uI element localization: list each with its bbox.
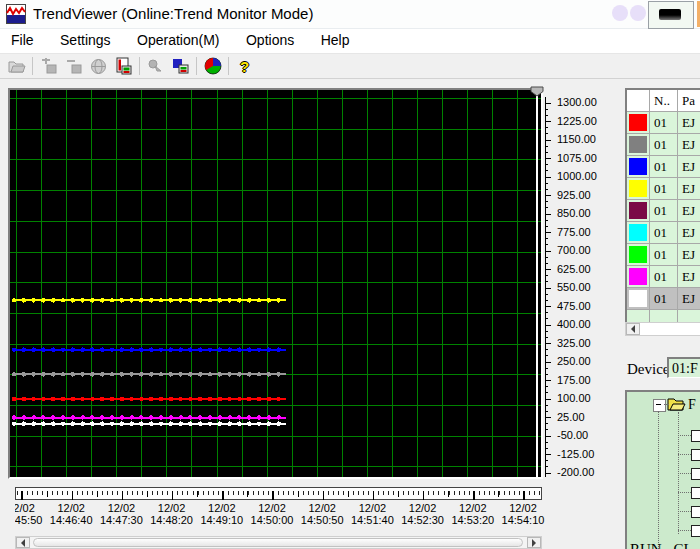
- pen-color-swatch: [629, 246, 647, 263]
- y-axis-label: 700.00: [557, 244, 591, 256]
- tree-item-checkbox[interactable]: [691, 468, 700, 480]
- y-tick: [545, 306, 551, 307]
- tree-item-checkbox[interactable]: [691, 506, 700, 518]
- y-axis-label: 325.00: [557, 337, 591, 349]
- tree-item-checkbox[interactable]: [691, 487, 700, 499]
- pen-color-cell: [627, 288, 650, 310]
- pen-scroll-left-icon[interactable]: [626, 323, 640, 335]
- time-axis-label: 12/0214:47:30: [93, 502, 149, 526]
- open-trend-file-icon[interactable]: [4, 55, 29, 77]
- device-tree: F: [625, 390, 700, 549]
- y-axis-label: 1225.00: [557, 115, 597, 127]
- y-axis-label: -50.00: [557, 429, 588, 441]
- pen-row[interactable]: 01EJ: [627, 178, 700, 200]
- pen-color-cell: [627, 222, 650, 244]
- trend-plot[interactable]: [10, 90, 541, 477]
- pen-no-cell: 01: [650, 156, 678, 178]
- pen-row[interactable]: 01EJ: [627, 112, 700, 134]
- add-pen-icon[interactable]: [36, 55, 61, 77]
- time-axis-label: 12/0214:49:10: [194, 502, 250, 526]
- chart-h-scrollbar[interactable]: [15, 536, 542, 549]
- tree-item-checkbox[interactable]: [691, 449, 700, 461]
- window-title: TrendViewer (Online:Trend Monitor Mode): [33, 5, 313, 22]
- time-axis-ruler[interactable]: [15, 487, 542, 500]
- pen-table-header-param: Pa: [678, 90, 700, 112]
- status-text: RUN CL: [630, 541, 693, 549]
- scroll-left-icon[interactable]: [16, 537, 30, 548]
- time-cursor-handle[interactable]: [530, 86, 544, 97]
- maximize-button[interactable]: [630, 5, 646, 21]
- chart-h-scrollbar-thumb[interactable]: [33, 538, 523, 547]
- pen-param-cell: EJ: [678, 222, 700, 244]
- tree-root-label[interactable]: F: [688, 397, 696, 413]
- pen-param-cell: EJ: [678, 244, 700, 266]
- y-axis-label: 550.00: [557, 281, 591, 293]
- toolbar-separator: [228, 57, 229, 75]
- y-tick: [545, 417, 551, 418]
- pen-color-cell: [627, 200, 650, 222]
- tree-branch-line: [678, 454, 691, 456]
- tree-branch-line: [678, 473, 691, 475]
- tree-item-checkbox[interactable]: [691, 525, 700, 537]
- pen-row[interactable]: 01EJ: [627, 200, 700, 222]
- restore-button[interactable]: [648, 1, 694, 29]
- y-axis-label: 100.00: [557, 392, 591, 404]
- tree-branch-line: [678, 530, 691, 532]
- y-tick: [545, 436, 551, 437]
- y-tick: [545, 325, 551, 326]
- tree-branch-line: [664, 404, 669, 406]
- pen-no-cell: 01: [650, 244, 678, 266]
- minimize-button[interactable]: [612, 5, 628, 21]
- toolbar: ?: [0, 53, 700, 79]
- menu-settings[interactable]: Settings: [49, 29, 122, 51]
- y-tick: [545, 251, 551, 252]
- menubar: File Settings Operation(M) Options Help: [0, 29, 700, 53]
- scroll-right-icon[interactable]: [527, 537, 541, 548]
- circular-display-icon[interactable]: [200, 55, 225, 77]
- pen-row[interactable]: 01EJ: [627, 288, 700, 310]
- display-settings-icon[interactable]: [168, 55, 193, 77]
- y-tick: [545, 288, 551, 289]
- pen-color-swatch: [629, 268, 647, 285]
- device-label: Device: [627, 361, 669, 378]
- pen-color-swatch: [629, 180, 647, 197]
- pen-assignment-icon[interactable]: [143, 55, 168, 77]
- device-select[interactable]: 01:F: [667, 357, 700, 378]
- y-tick: [545, 399, 551, 400]
- y-axis-label: 1075.00: [557, 152, 597, 164]
- pen-row[interactable]: 01EJ: [627, 222, 700, 244]
- pen-color-swatch: [629, 224, 647, 241]
- pen-row[interactable]: 01EJ: [627, 134, 700, 156]
- pen-row[interactable]: 01EJ: [627, 244, 700, 266]
- pen-color-swatch: [629, 114, 647, 131]
- y-axis: 1300.001225.001150.001075.001000.00925.0…: [545, 90, 617, 482]
- pen-row[interactable]: 01EJ: [627, 266, 700, 288]
- time-axis-label: 12/0214:48:20: [144, 502, 200, 526]
- menu-options[interactable]: Options: [235, 29, 305, 51]
- tree-item-checkbox[interactable]: [691, 430, 700, 442]
- pen-color-cell: [627, 178, 650, 200]
- network-icon[interactable]: [86, 55, 111, 77]
- pen-param-cell: EJ: [678, 134, 700, 156]
- pen-no-cell: 01: [650, 112, 678, 134]
- y-axis-label: 1150.00: [557, 133, 596, 145]
- copy-data-icon[interactable]: [111, 55, 136, 77]
- menu-help[interactable]: Help: [310, 29, 361, 51]
- pen-color-cell: [627, 112, 650, 134]
- menu-file[interactable]: File: [0, 29, 45, 51]
- remove-pen-icon[interactable]: [61, 55, 86, 77]
- y-tick: [545, 121, 551, 122]
- pen-no-cell: 01: [650, 200, 678, 222]
- pen-table-h-scrollbar[interactable]: [625, 322, 700, 336]
- help-icon[interactable]: ?: [232, 55, 257, 77]
- menu-operation[interactable]: Operation(M): [126, 29, 230, 51]
- y-tick: [545, 473, 551, 474]
- pen-no-cell: 01: [650, 134, 678, 156]
- pen-row[interactable]: 01EJ: [627, 156, 700, 178]
- y-tick: [545, 214, 551, 215]
- y-axis-label: 1000.00: [557, 170, 597, 182]
- restore-icon: [659, 9, 681, 20]
- pen-table-header-no: N..: [650, 90, 678, 112]
- y-tick: [545, 158, 551, 159]
- tree-branch-line: [678, 435, 691, 437]
